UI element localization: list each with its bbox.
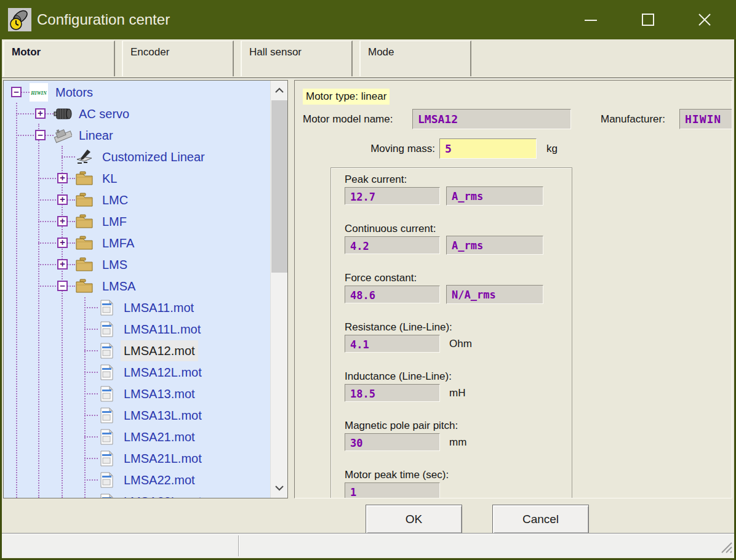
mot-file-icon (98, 320, 116, 338)
scroll-up-arrow-icon[interactable] (271, 81, 288, 100)
tree-item-lmsa12l-mot[interactable]: LMSA12L.mot (4, 362, 270, 383)
tree-view: −HIWINMotors+AC servo−LinearCustomized L… (4, 81, 270, 498)
linear-motor-icon (54, 126, 72, 145)
parameter-unit-field: A_rms (446, 236, 543, 255)
folder-icon (75, 169, 94, 188)
parameter-label-peak-current: Peak current: (345, 174, 407, 186)
parameter-unit-text: Ohm (449, 338, 472, 350)
scroll-down-arrow-icon[interactable] (271, 478, 288, 498)
tab-label: Encoder (123, 41, 233, 58)
tree-item-lmf[interactable]: +LMF (4, 211, 270, 233)
tree-item-lmsa13l-mot[interactable]: LMSA13L.mot (4, 405, 270, 426)
moving-mass-input[interactable]: 5 (439, 138, 537, 159)
tree-connector-stub (38, 264, 75, 265)
maximize-icon (640, 12, 656, 28)
cancel-button[interactable]: Cancel (492, 505, 589, 534)
motor-detail-panel: Motor type: linear Motor model name: LMS… (294, 80, 732, 498)
tree-item-lmfa[interactable]: +LMFA (4, 233, 270, 254)
resize-grip[interactable] (718, 539, 733, 556)
tree-connector-stub (84, 350, 98, 351)
tree-item-label: AC servo (76, 103, 132, 124)
tree-connector-stub (38, 221, 75, 222)
tree-item-label: LMFA (99, 233, 137, 254)
tree-item-label: LMSA22.mot (121, 470, 198, 490)
tree-connector-stub (38, 178, 75, 179)
folder-icon (75, 212, 94, 231)
tree-item-lms[interactable]: +LMS (4, 254, 270, 276)
tree-connector-stub (38, 242, 75, 244)
tree-item-lmsa13-mot[interactable]: LMSA13.mot (4, 383, 270, 405)
tree-expand-icon[interactable]: + (57, 173, 68, 183)
minimize-icon (583, 12, 599, 28)
tree-item-label: LMC (99, 190, 131, 210)
moving-mass-unit: kg (546, 143, 558, 155)
status-bar (2, 534, 734, 558)
tree-connector-stub (84, 329, 98, 330)
parameter-value-field-magnetic-pole-pair-pitch: 30 (345, 433, 440, 451)
mot-file-icon (98, 428, 116, 446)
tree-connector-stub (21, 92, 30, 93)
tab-encoder[interactable]: Encoder (122, 41, 234, 76)
tree-expand-icon[interactable]: + (57, 238, 68, 248)
tree-item-ac-servo[interactable]: +AC servo (4, 103, 270, 125)
tree-connector-stub (84, 415, 98, 416)
servo-motor-icon (54, 105, 72, 123)
tree-item-label: LMSA21.mot (121, 426, 198, 447)
tree-expand-icon[interactable]: + (57, 216, 68, 226)
minimize-button[interactable] (575, 6, 606, 34)
tree-item-label: KL (99, 168, 120, 189)
parameter-label-force-constant: Force constant: (345, 272, 417, 284)
tree-item-lmsa11-mot[interactable]: LMSA11.mot (4, 297, 270, 319)
scrollbar-thumb[interactable] (271, 100, 287, 273)
parameter-label-continuous-current: Continuous current: (345, 223, 436, 235)
maximize-button[interactable] (633, 6, 663, 34)
mot-file-icon (98, 385, 116, 403)
tree-expand-icon[interactable]: + (35, 108, 46, 119)
tree-collapse-icon[interactable]: − (35, 130, 46, 140)
tree-collapse-icon[interactable]: − (11, 87, 22, 97)
tab-motor[interactable]: Motor (3, 41, 115, 76)
tree-item-kl[interactable]: +KL (4, 168, 270, 190)
parameter-value-field-force-constant: 48.6 (345, 286, 440, 303)
folder-icon (75, 191, 94, 209)
tree-collapse-icon[interactable]: − (57, 281, 68, 291)
tree-item-lmc[interactable]: +LMC (4, 190, 270, 211)
mot-file-icon (98, 449, 116, 468)
mot-file-icon (98, 471, 116, 489)
tree-item-lmsa12-mot[interactable]: LMSA12.mot (4, 340, 270, 362)
tab-label: Motor (4, 41, 114, 58)
tree-connector-stub (84, 436, 98, 438)
folder-icon (75, 234, 94, 252)
mot-file-icon (98, 492, 116, 498)
tree-item-motors[interactable]: −HIWINMotors (4, 82, 270, 103)
ok-button[interactable]: OK (366, 505, 462, 534)
model-name-label: Motor model name: (303, 113, 393, 126)
parameter-label-resistance-line-line: Resistance (Line-Line): (345, 321, 452, 334)
manufacturer-field: HIWIN (679, 109, 732, 129)
model-name-field: LMSA12 (412, 109, 571, 129)
parameter-value-field-peak-current: 12.7 (345, 187, 440, 205)
tab-hall-sensor[interactable]: Hall sensor (241, 41, 353, 76)
parameter-value-field-inductance-line-line: 18.5 (345, 384, 440, 402)
close-button[interactable] (689, 6, 720, 34)
manufacturer-label: Manufacturer: (601, 113, 665, 126)
tree-item-lmsa22-mot[interactable]: LMSA22.mot (4, 470, 270, 491)
tree-connector-stub (38, 286, 75, 287)
tab-mode[interactable]: Mode (359, 41, 471, 76)
tree-item-customized-linear[interactable]: Customized Linear (4, 146, 270, 168)
tree-expand-icon[interactable]: + (57, 194, 68, 205)
tree-item-linear[interactable]: −Linear (4, 125, 270, 146)
tree-connector-stub (84, 393, 98, 394)
tree-item-lmsa22l-mot[interactable]: LMSA22L.mot (4, 491, 270, 498)
tree-item-label: Customized Linear (99, 146, 208, 167)
tree-item-lmsa21l-mot[interactable]: LMSA21L.mot (4, 448, 270, 470)
tree-scrollbar[interactable] (270, 81, 288, 498)
tree-item-lmsa11l-mot[interactable]: LMSA11L.mot (4, 319, 270, 340)
tree-item-label: LMSA (99, 276, 138, 297)
parameter-label-magnetic-pole-pair-pitch: Magnetic pole pair pitch: (345, 420, 458, 432)
parameter-unit-text: mm (449, 436, 466, 449)
tree-connector-stub (84, 458, 98, 459)
tree-item-lmsa[interactable]: −LMSA (4, 276, 270, 297)
tree-item-lmsa21-mot[interactable]: LMSA21.mot (4, 426, 270, 448)
tree-expand-icon[interactable]: + (57, 259, 68, 270)
